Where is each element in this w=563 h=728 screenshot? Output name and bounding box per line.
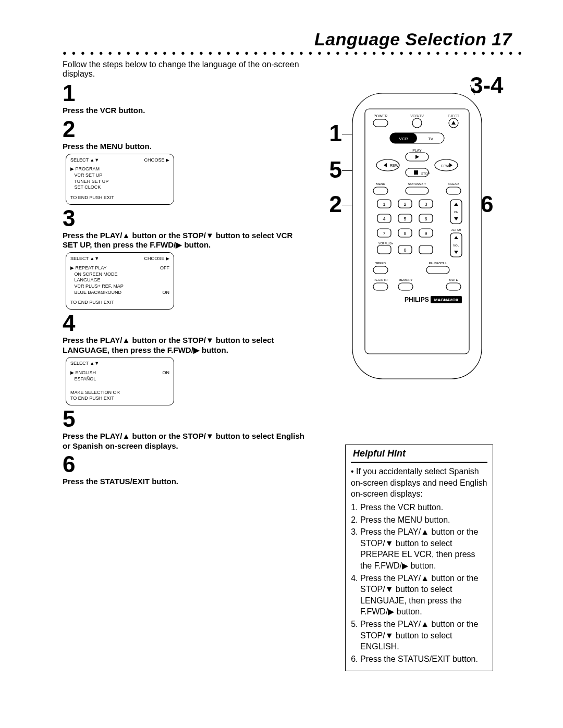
svg-text:7: 7 (383, 231, 385, 236)
osd2-r1l: ▶ REPEAT PLAY (70, 265, 107, 272)
osd2-r5r: ON (163, 290, 170, 296)
step-3-text: Press the PLAY/▲ button or the STOP/▼ bu… (63, 231, 309, 251)
svg-text:VCR PLUS+: VCR PLUS+ (378, 242, 393, 245)
step-2-number: 2 (63, 118, 309, 141)
osd3-r2: ESPAÑOL (70, 376, 169, 382)
step-6-text: Press the STATUS/EXIT button. (63, 477, 309, 487)
intro-text: Follow the steps below to change the lan… (63, 60, 309, 79)
svg-text:3: 3 (424, 202, 427, 207)
osd3-r1r: ON (163, 370, 170, 376)
svg-text:REW: REW (390, 164, 399, 167)
svg-text:STOP: STOP (421, 172, 430, 175)
svg-text:POWER: POWER (374, 114, 387, 118)
svg-text:CH: CH (454, 211, 459, 214)
title-text: Language Selection (314, 29, 486, 49)
osd3-f1: MAKE SELECTION OR (70, 390, 169, 396)
osd1-line3: TUNER SET UP (70, 179, 169, 185)
svg-rect-66 (426, 266, 449, 274)
svg-point-5 (412, 118, 422, 128)
osd-menu-3: SELECT ▲▼ ▶ ENGLISHON ESPAÑOL MAKE SELEC… (66, 357, 174, 405)
remote-column: 3-4 1 5 2 6 POWER (319, 59, 543, 671)
hint-lead: • If you accidentally select Spanish on-… (351, 466, 487, 500)
osd2-r4: VCR PLUS+ REF. MAP (70, 283, 169, 290)
helpful-hint-box: Helpful Hint • If you accidentally selec… (345, 445, 493, 671)
svg-rect-59 (377, 245, 391, 254)
osd2-footer: TO END PUSH EXIT (70, 300, 169, 306)
svg-text:VCR: VCR (399, 137, 408, 141)
manual-page: Language Selection 17 ● ● ● ● ● ● ● ● ● … (0, 0, 563, 728)
hint-step-6: Press the STATUS/EXIT button. (360, 653, 487, 665)
hint-step-5: Press the PLAY/▲ button or the STOP/▼ bu… (360, 619, 487, 652)
svg-text:VCR/TV: VCR/TV (410, 114, 424, 118)
svg-text:6: 6 (424, 216, 427, 221)
svg-text:PLAY: PLAY (412, 149, 422, 152)
hint-title: Helpful Hint (353, 447, 487, 460)
svg-text:ALT. CH: ALT. CH (451, 228, 461, 231)
step-5-number: 5 (63, 408, 309, 430)
svg-rect-72 (446, 283, 461, 290)
svg-rect-28 (406, 187, 429, 194)
osd1-head-left: SELECT ▲▼ (70, 157, 99, 164)
step-2-text: Press the MENU button. (63, 142, 309, 152)
osd1-line2: VCR SET UP (70, 172, 169, 179)
svg-text:1: 1 (383, 202, 385, 207)
svg-text:8: 8 (403, 231, 406, 236)
osd3-r1l: ▶ ENGLISH (70, 370, 96, 376)
svg-text:VOL: VOL (453, 244, 460, 247)
page-title: Language Selection 17 (63, 29, 512, 50)
osd2-head-left: SELECT ▲▼ (70, 256, 99, 262)
hint-step-4: Press the PLAY/▲ button or the STOP/▼ bu… (360, 573, 487, 618)
steps-column: Follow the steps below to change the lan… (63, 59, 309, 489)
svg-text:5: 5 (403, 216, 406, 221)
page-number: 17 (492, 29, 512, 49)
svg-text:STATUS/EXIT: STATUS/EXIT (408, 182, 426, 186)
step-4-number: 4 (63, 312, 309, 335)
step-3-number: 3 (63, 207, 309, 230)
step-6-number: 6 (63, 453, 309, 476)
callout-1: 1 (319, 120, 342, 146)
callout-6: 6 (481, 191, 530, 217)
osd2-r1r: OFF (160, 265, 169, 272)
osd3-head: SELECT ▲▼ (70, 361, 169, 367)
svg-rect-68 (373, 283, 388, 290)
svg-text:SPEED: SPEED (375, 262, 386, 265)
svg-rect-3 (373, 119, 388, 127)
svg-text:0: 0 (403, 248, 406, 253)
svg-rect-23 (414, 170, 418, 175)
svg-text:EJECT: EJECT (448, 114, 460, 118)
svg-text:REC/OTR: REC/OTR (374, 278, 388, 281)
svg-rect-64 (373, 266, 388, 274)
svg-text:CLEAR: CLEAR (448, 182, 459, 186)
svg-text:PAUSE/STILL: PAUSE/STILL (429, 262, 447, 265)
step-1-number: 1 (63, 82, 309, 105)
svg-text:9: 9 (424, 231, 427, 236)
svg-text:MEMORY: MEMORY (399, 278, 413, 281)
hint-step-1: Press the VCR button. (360, 502, 487, 513)
svg-rect-30 (446, 187, 461, 194)
svg-text:TV: TV (428, 137, 434, 141)
callout-5: 5 (319, 157, 342, 183)
svg-text:PHILIPS: PHILIPS (405, 296, 429, 303)
svg-text:MUTE: MUTE (449, 278, 458, 281)
svg-text:2: 2 (403, 202, 406, 207)
hint-rule (351, 462, 487, 463)
osd2-r2: ON SCREEN MODE (70, 272, 169, 278)
svg-rect-26 (373, 187, 388, 194)
hint-step-3: Press the PLAY/▲ button or the STOP/▼ bu… (360, 526, 487, 571)
osd1-head-right: CHOOSE ▶ (144, 157, 169, 164)
osd1-line1: ▶ PROGRAM (70, 166, 169, 172)
remote-diagram: 3-4 1 5 2 6 POWER (319, 59, 543, 424)
callout-2: 2 (319, 191, 342, 217)
step-1-text: Press the VCR button. (63, 106, 309, 116)
osd2-r5l: BLUE BACKGROUND (70, 290, 121, 296)
dotted-rule: ● ● ● ● ● ● ● ● ● ● ● ● ● ● ● ● ● ● ● ● … (63, 51, 525, 56)
step-5-text: Press the PLAY/▲ button or the STOP/▼ bu… (63, 431, 309, 451)
hint-step-2: Press the MENU button. (360, 514, 487, 526)
svg-rect-62 (419, 245, 433, 254)
svg-text:MAGNAVOX: MAGNAVOX (434, 298, 459, 302)
osd-menu-1: SELECT ▲▼ CHOOSE ▶ ▶ PROGRAM VCR SET UP … (66, 154, 174, 205)
osd1-footer: TO END PUSH EXIT (70, 195, 169, 201)
osd2-head-right: CHOOSE ▶ (144, 256, 169, 262)
svg-text:4: 4 (383, 216, 385, 221)
svg-rect-70 (398, 283, 413, 290)
